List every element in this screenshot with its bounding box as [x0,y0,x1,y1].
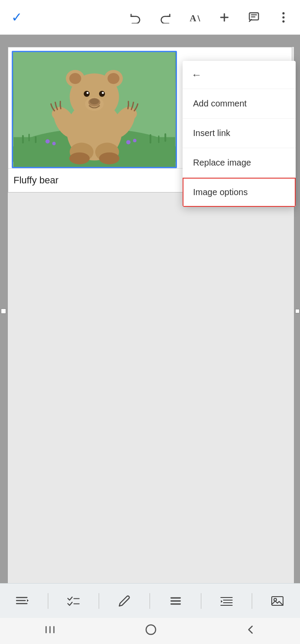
resize-handle-left[interactable] [1,309,6,314]
bottom-toolbar [0,583,300,618]
nav-bar [0,618,300,644]
divider-1 [48,593,48,609]
dropdown-menu: ← Add comment Insert link Replace image … [183,61,296,207]
indent-button[interactable] [216,590,237,612]
svg-rect-19 [164,133,166,142]
undo-button[interactable] [126,8,145,27]
svg-rect-16 [35,136,37,143]
svg-point-23 [133,139,137,142]
align-button[interactable] [12,590,33,612]
divider-5 [252,593,252,609]
insert-link-item[interactable]: Insert link [183,119,296,148]
comment-button[interactable] [244,8,263,27]
dropdown-back-button[interactable]: ← [183,61,296,89]
add-comment-item[interactable]: Add comment [183,89,296,119]
svg-point-21 [52,142,56,145]
svg-point-44 [99,153,120,164]
add-button[interactable] [215,8,234,27]
checklist-button[interactable] [63,590,84,612]
resize-handle-right[interactable] [295,309,300,313]
svg-rect-18 [158,136,160,143]
top-toolbar: ✓ A [0,0,300,35]
image-options-item[interactable]: Image options [183,178,296,207]
document-area: Fluffy bear ← Add comment Insert link Re… [0,35,300,588]
recent-apps-button[interactable] [44,625,56,637]
svg-rect-17 [150,134,151,144]
svg-point-38 [52,107,67,120]
svg-point-31 [99,91,105,97]
insert-link-label: Insert link [193,128,230,138]
svg-point-40 [122,107,137,120]
svg-rect-14 [22,135,24,144]
image-options-label: Image options [193,187,248,197]
redo-button[interactable] [156,8,175,27]
font-button[interactable]: A [185,8,204,27]
svg-text:A: A [190,13,197,23]
divider-2 [99,593,99,609]
svg-point-22 [126,140,130,144]
bear-image[interactable] [12,51,177,168]
svg-marker-58 [221,600,223,603]
svg-point-10 [282,20,284,22]
doc-header-bar [0,35,300,47]
edit-button[interactable] [113,590,135,612]
svg-point-36 [85,97,103,111]
divider-3 [150,593,150,609]
svg-point-33 [102,92,104,94]
add-comment-label: Add comment [193,99,247,109]
more-button[interactable] [274,8,293,27]
svg-point-29 [107,73,119,84]
replace-image-label: Replace image [193,158,251,168]
svg-point-20 [46,139,50,143]
home-button[interactable] [145,624,157,638]
check-button[interactable]: ✓ [7,8,26,27]
left-sidebar [0,35,8,588]
svg-rect-15 [28,134,30,142]
svg-point-30 [84,91,90,97]
back-button[interactable] [246,624,256,638]
svg-point-8 [282,12,284,14]
svg-marker-48 [27,599,29,602]
back-arrow-icon: ← [191,69,202,81]
svg-line-1 [198,15,200,21]
svg-point-32 [87,92,89,94]
replace-image-item[interactable]: Replace image [183,148,296,178]
svg-point-9 [282,16,284,18]
caption-text: Fluffy bear [13,175,59,186]
svg-point-27 [69,73,81,84]
divider-4 [201,593,201,609]
svg-point-43 [69,153,90,164]
image-button[interactable] [267,590,288,612]
svg-point-64 [146,625,156,634]
menu-button[interactable] [165,590,187,612]
